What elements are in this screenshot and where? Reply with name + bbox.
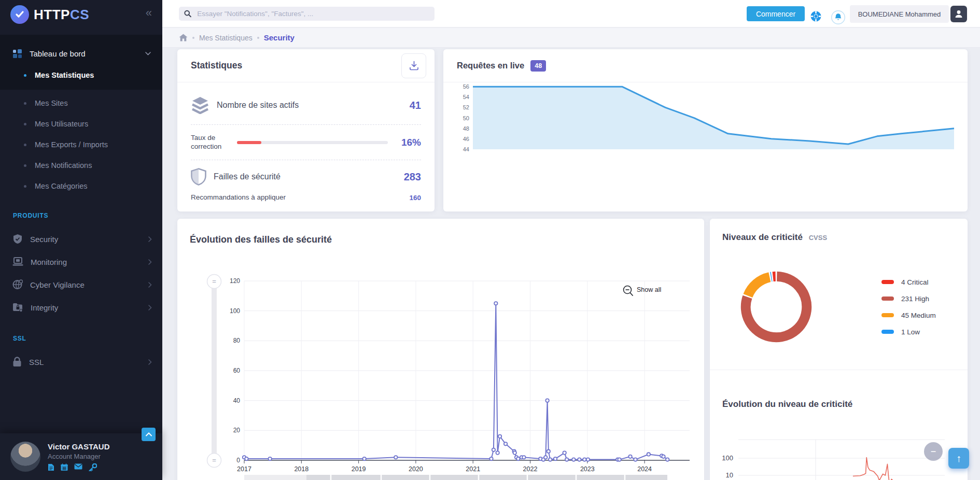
- card-title: Statistiques: [191, 60, 242, 71]
- sidebar-item-label: Mes Statistiques: [35, 71, 94, 79]
- sidebar-item-label: Tableau de bord: [30, 49, 145, 58]
- download-icon: [409, 61, 419, 70]
- shield-icon: [191, 168, 206, 186]
- svg-text:10: 10: [726, 471, 733, 479]
- stat-recommendations: Recommandations à appliquer 160: [191, 190, 421, 205]
- download-stats-button[interactable]: [401, 53, 426, 78]
- live-requests-card: Requêtes en live 48 56545250484644: [443, 49, 968, 211]
- show-all-button[interactable]: Show all: [624, 286, 662, 296]
- zoom-out-button[interactable]: −: [924, 442, 943, 461]
- sidebar-item-mes-categories[interactable]: Mes Catégories: [0, 176, 162, 196]
- content: Statistiques Nombre de sites actifs 41 T…: [162, 48, 980, 480]
- svg-text:2022: 2022: [523, 465, 538, 473]
- stat-correction-rate: Taux decorrection 16%: [191, 128, 421, 157]
- stat-security-flaws: Failles de sécurité 283: [191, 163, 421, 190]
- help-lifebuoy-icon[interactable]: [810, 11, 821, 22]
- scroll-to-top-button[interactable]: ↑: [948, 448, 969, 469]
- card-title: Requêtes en live: [457, 61, 524, 70]
- svg-text:44: 44: [463, 146, 469, 152]
- svg-text:2024: 2024: [637, 465, 652, 473]
- flaws-evolution-chart[interactable]: 2017201820192020202120222023202412010080…: [177, 219, 704, 480]
- topbar: Commencer BOUMEDIANE Mohammed: [162, 0, 980, 27]
- sidebar-item-mes-notifications[interactable]: Mes Notifications: [0, 155, 162, 176]
- svg-text:54: 54: [463, 94, 469, 100]
- section-produits: PRODUITS: [13, 212, 48, 219]
- shield-check-icon: [12, 234, 23, 244]
- main-area: Commencer BOUMEDIANE Mohammed Mes Statis…: [162, 0, 980, 480]
- chevron-right-icon: [148, 259, 152, 265]
- commencer-button[interactable]: Commencer: [747, 6, 805, 21]
- stat-active-sites: Nombre de sites actifs 41: [191, 90, 421, 121]
- sidebar-scroll-up-button[interactable]: [142, 428, 156, 441]
- bullet-icon: [24, 164, 26, 167]
- document-icon[interactable]: [48, 463, 54, 471]
- sidebar-item-mes-statistiques[interactable]: Mes Statistiques: [0, 65, 162, 86]
- account-menu[interactable]: BOUMEDIANE Mohammed: [850, 5, 949, 23]
- nav-group-dashboard: Tableau de bord Mes Statistiques: [0, 35, 162, 90]
- svg-text:2018: 2018: [294, 465, 309, 473]
- bullet-icon: [24, 74, 26, 77]
- folder-lock-icon: [12, 303, 23, 312]
- search-input[interactable]: [196, 9, 429, 18]
- envelope-icon[interactable]: [74, 463, 82, 470]
- logo[interactable]: HTTPCS: [0, 0, 162, 29]
- avatar[interactable]: [10, 442, 40, 472]
- statistics-card: Statistiques Nombre de sites actifs 41 T…: [177, 49, 435, 211]
- layers-icon: [191, 97, 209, 114]
- svg-text:60: 60: [233, 367, 241, 374]
- sidebar-item-integrity[interactable]: Integrity: [0, 296, 162, 319]
- bullet-icon: [24, 102, 26, 105]
- chevron-right-icon: [148, 359, 152, 365]
- home-icon[interactable]: [179, 34, 188, 41]
- breadcrumb: Mes Statistiques Security: [162, 28, 980, 48]
- svg-text:=: =: [212, 277, 216, 285]
- httpcs-logo-icon: [10, 5, 29, 24]
- stat-value: 283: [404, 171, 421, 183]
- sidebar-item-ssl[interactable]: SSL: [0, 350, 162, 373]
- svg-text:2017: 2017: [237, 465, 251, 473]
- notifications-bell-icon[interactable]: [831, 10, 845, 24]
- svg-text:0: 0: [236, 457, 240, 464]
- chevron-right-icon: [148, 305, 152, 310]
- bullet-icon: [24, 123, 26, 125]
- live-count-badge: 48: [530, 60, 546, 72]
- person-icon: [954, 9, 963, 19]
- laptop-icon: [12, 257, 23, 266]
- calendar-icon[interactable]: [61, 463, 68, 471]
- svg-text:100: 100: [722, 454, 733, 462]
- svg-text:100: 100: [230, 307, 240, 315]
- svg-text:80: 80: [233, 337, 241, 344]
- key-icon[interactable]: [89, 463, 97, 471]
- correction-progressbar: [237, 141, 388, 144]
- svg-text:=: =: [212, 456, 216, 464]
- search-icon: [184, 10, 191, 18]
- sidebar-collapse-icon[interactable]: «: [143, 7, 155, 19]
- chevron-right-icon: [148, 282, 152, 288]
- svg-text:40: 40: [233, 397, 241, 404]
- section-ssl: SSL: [13, 335, 26, 342]
- sidebar-item-tableau-de-bord[interactable]: Tableau de bord: [0, 42, 162, 65]
- svg-text:2020: 2020: [409, 465, 423, 473]
- logo-text: HTTPCS: [34, 7, 89, 23]
- breadcrumb-item-statistiques[interactable]: Mes Statistiques: [199, 34, 253, 42]
- sidebar-item-cyber-vigilance[interactable]: Cyber Vigilance: [0, 273, 162, 296]
- sidebar-item-security[interactable]: Security: [0, 228, 162, 250]
- lock-icon: [12, 357, 22, 367]
- sidebar-item-mes-sites[interactable]: Mes Sites: [0, 93, 162, 114]
- svg-text:50: 50: [463, 115, 469, 121]
- chevron-down-icon: [145, 52, 151, 55]
- chevron-up-icon: [146, 432, 152, 436]
- chevron-right-icon: [148, 236, 152, 242]
- svg-text:20: 20: [233, 427, 241, 434]
- bullet-icon: [24, 144, 26, 146]
- flaws-evolution-card: Évolution des failles de sécurité 201720…: [177, 219, 704, 480]
- user-name: Victor GASTAUD: [48, 442, 109, 451]
- sidebar-item-mes-exports-imports[interactable]: Mes Exports / Imports: [0, 134, 162, 155]
- sidebar-item-monitoring[interactable]: Monitoring: [0, 250, 162, 273]
- sidebar-item-mes-utilisateurs[interactable]: Mes Utilisateurs: [0, 114, 162, 134]
- svg-text:2023: 2023: [580, 465, 595, 473]
- criticity-evolution-chart: 10010: [710, 219, 968, 480]
- stat-label: Failles de sécurité: [214, 172, 281, 181]
- profile-avatar-button[interactable]: [950, 6, 967, 22]
- global-search[interactable]: [179, 7, 435, 21]
